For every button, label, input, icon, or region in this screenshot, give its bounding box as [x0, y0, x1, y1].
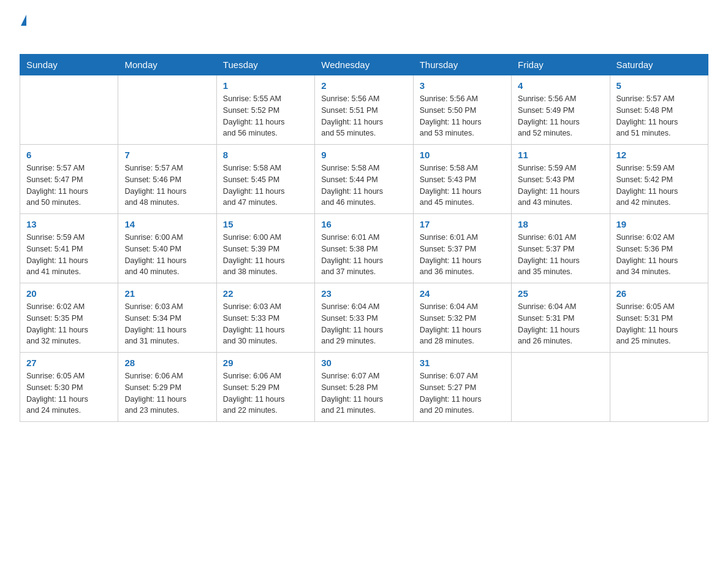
- logo: [20, 15, 26, 43]
- col-header-wednesday: Wednesday: [315, 55, 413, 75]
- day-number: 29: [223, 358, 308, 368]
- col-header-thursday: Thursday: [413, 55, 511, 75]
- calendar-cell: [512, 353, 610, 422]
- calendar-cell: [20, 75, 118, 145]
- day-number: 18: [518, 219, 603, 229]
- day-info: Sunrise: 5:58 AMSunset: 5:44 PMDaylight:…: [321, 163, 406, 209]
- calendar-cell: 30Sunrise: 6:07 AMSunset: 5:28 PMDayligh…: [315, 353, 413, 422]
- day-info: Sunrise: 6:03 AMSunset: 5:33 PMDaylight:…: [223, 301, 308, 347]
- day-number: 9: [321, 150, 406, 160]
- day-number: 2: [321, 80, 406, 91]
- calendar-cell: 2Sunrise: 5:56 AMSunset: 5:51 PMDaylight…: [315, 75, 413, 145]
- calendar-table: SundayMondayTuesdayWednesdayThursdayFrid…: [20, 54, 708, 422]
- day-number: 26: [616, 288, 702, 299]
- calendar-cell: 28Sunrise: 6:06 AMSunset: 5:29 PMDayligh…: [118, 353, 216, 422]
- calendar-cell: 3Sunrise: 5:56 AMSunset: 5:50 PMDaylight…: [413, 75, 511, 145]
- col-header-friday: Friday: [512, 55, 610, 75]
- day-info: Sunrise: 6:01 AMSunset: 5:37 PMDaylight:…: [518, 232, 603, 278]
- day-info: Sunrise: 6:02 AMSunset: 5:36 PMDaylight:…: [616, 232, 702, 278]
- day-number: 3: [420, 80, 505, 91]
- day-info: Sunrise: 5:57 AMSunset: 5:47 PMDaylight:…: [26, 163, 112, 209]
- day-info: Sunrise: 5:56 AMSunset: 5:51 PMDaylight:…: [321, 93, 406, 139]
- calendar-cell: [118, 75, 216, 145]
- day-info: Sunrise: 5:59 AMSunset: 5:42 PMDaylight:…: [616, 163, 702, 209]
- calendar-cell: 10Sunrise: 5:58 AMSunset: 5:43 PMDayligh…: [413, 145, 511, 214]
- day-number: 28: [124, 358, 210, 368]
- calendar-cell: 1Sunrise: 5:55 AMSunset: 5:52 PMDaylight…: [216, 75, 314, 145]
- day-number: 12: [616, 150, 702, 160]
- day-info: Sunrise: 5:56 AMSunset: 5:50 PMDaylight:…: [420, 93, 505, 139]
- day-number: 22: [223, 288, 308, 299]
- col-header-monday: Monday: [118, 55, 216, 75]
- day-info: Sunrise: 6:04 AMSunset: 5:32 PMDaylight:…: [420, 301, 505, 347]
- calendar-cell: 29Sunrise: 6:06 AMSunset: 5:29 PMDayligh…: [216, 353, 314, 422]
- calendar-week-4: 20Sunrise: 6:02 AMSunset: 5:35 PMDayligh…: [20, 283, 708, 353]
- day-number: 16: [321, 219, 406, 229]
- day-info: Sunrise: 6:05 AMSunset: 5:30 PMDaylight:…: [26, 370, 112, 416]
- day-number: 17: [420, 219, 505, 229]
- day-number: 7: [124, 150, 210, 160]
- day-number: 19: [616, 219, 702, 229]
- day-info: Sunrise: 6:00 AMSunset: 5:40 PMDaylight:…: [124, 232, 210, 278]
- day-info: Sunrise: 5:58 AMSunset: 5:43 PMDaylight:…: [420, 163, 505, 209]
- day-info: Sunrise: 6:00 AMSunset: 5:39 PMDaylight:…: [223, 232, 308, 278]
- calendar-cell: 18Sunrise: 6:01 AMSunset: 5:37 PMDayligh…: [512, 214, 610, 283]
- day-number: 5: [616, 80, 702, 91]
- calendar-cell: 22Sunrise: 6:03 AMSunset: 5:33 PMDayligh…: [216, 283, 314, 353]
- day-info: Sunrise: 5:57 AMSunset: 5:46 PMDaylight:…: [124, 163, 210, 209]
- calendar-cell: 12Sunrise: 5:59 AMSunset: 5:42 PMDayligh…: [610, 145, 708, 214]
- day-number: 23: [321, 288, 406, 299]
- day-info: Sunrise: 6:04 AMSunset: 5:31 PMDaylight:…: [518, 301, 603, 347]
- calendar-cell: 5Sunrise: 5:57 AMSunset: 5:48 PMDaylight…: [610, 75, 708, 145]
- day-number: 13: [26, 219, 112, 229]
- calendar-cell: [610, 353, 708, 422]
- calendar-cell: 27Sunrise: 6:05 AMSunset: 5:30 PMDayligh…: [20, 353, 118, 422]
- day-info: Sunrise: 6:03 AMSunset: 5:34 PMDaylight:…: [124, 301, 210, 347]
- day-number: 24: [420, 288, 505, 299]
- logo-triangle-icon: [21, 15, 26, 26]
- calendar-cell: 31Sunrise: 6:07 AMSunset: 5:27 PMDayligh…: [413, 353, 511, 422]
- day-number: 11: [518, 150, 603, 160]
- day-number: 25: [518, 288, 603, 299]
- page-header: [20, 15, 708, 43]
- calendar-cell: 8Sunrise: 5:58 AMSunset: 5:45 PMDaylight…: [216, 145, 314, 214]
- day-number: 4: [518, 80, 603, 91]
- day-number: 6: [26, 150, 112, 160]
- day-info: Sunrise: 6:06 AMSunset: 5:29 PMDaylight:…: [124, 370, 210, 416]
- day-number: 8: [223, 150, 308, 160]
- calendar-week-2: 6Sunrise: 5:57 AMSunset: 5:47 PMDaylight…: [20, 145, 708, 214]
- day-info: Sunrise: 5:58 AMSunset: 5:45 PMDaylight:…: [223, 163, 308, 209]
- calendar-header-row: SundayMondayTuesdayWednesdayThursdayFrid…: [20, 55, 708, 75]
- day-number: 20: [26, 288, 112, 299]
- day-info: Sunrise: 6:07 AMSunset: 5:28 PMDaylight:…: [321, 370, 406, 416]
- calendar-cell: 14Sunrise: 6:00 AMSunset: 5:40 PMDayligh…: [118, 214, 216, 283]
- day-info: Sunrise: 6:04 AMSunset: 5:33 PMDaylight:…: [321, 301, 406, 347]
- day-number: 21: [124, 288, 210, 299]
- calendar-cell: 21Sunrise: 6:03 AMSunset: 5:34 PMDayligh…: [118, 283, 216, 353]
- day-info: Sunrise: 6:01 AMSunset: 5:37 PMDaylight:…: [420, 232, 505, 278]
- day-number: 31: [420, 358, 505, 368]
- calendar-week-5: 27Sunrise: 6:05 AMSunset: 5:30 PMDayligh…: [20, 353, 708, 422]
- day-info: Sunrise: 5:59 AMSunset: 5:43 PMDaylight:…: [518, 163, 603, 209]
- calendar-cell: 9Sunrise: 5:58 AMSunset: 5:44 PMDaylight…: [315, 145, 413, 214]
- day-info: Sunrise: 6:01 AMSunset: 5:38 PMDaylight:…: [321, 232, 406, 278]
- calendar-cell: 6Sunrise: 5:57 AMSunset: 5:47 PMDaylight…: [20, 145, 118, 214]
- day-number: 10: [420, 150, 505, 160]
- calendar-cell: 19Sunrise: 6:02 AMSunset: 5:36 PMDayligh…: [610, 214, 708, 283]
- calendar-cell: 13Sunrise: 5:59 AMSunset: 5:41 PMDayligh…: [20, 214, 118, 283]
- calendar-cell: 16Sunrise: 6:01 AMSunset: 5:38 PMDayligh…: [315, 214, 413, 283]
- day-number: 27: [26, 358, 112, 368]
- calendar-cell: 25Sunrise: 6:04 AMSunset: 5:31 PMDayligh…: [512, 283, 610, 353]
- day-info: Sunrise: 6:05 AMSunset: 5:31 PMDaylight:…: [616, 301, 702, 347]
- day-info: Sunrise: 5:59 AMSunset: 5:41 PMDaylight:…: [26, 232, 112, 278]
- logo-blue-text: [22, 26, 25, 42]
- calendar-cell: 11Sunrise: 5:59 AMSunset: 5:43 PMDayligh…: [512, 145, 610, 214]
- day-number: 15: [223, 219, 308, 229]
- day-info: Sunrise: 5:57 AMSunset: 5:48 PMDaylight:…: [616, 93, 702, 139]
- day-info: Sunrise: 5:56 AMSunset: 5:49 PMDaylight:…: [518, 93, 603, 139]
- day-info: Sunrise: 5:55 AMSunset: 5:52 PMDaylight:…: [223, 93, 308, 139]
- col-header-saturday: Saturday: [610, 55, 708, 75]
- col-header-sunday: Sunday: [20, 55, 118, 75]
- calendar-week-3: 13Sunrise: 5:59 AMSunset: 5:41 PMDayligh…: [20, 214, 708, 283]
- day-info: Sunrise: 6:07 AMSunset: 5:27 PMDaylight:…: [420, 370, 505, 416]
